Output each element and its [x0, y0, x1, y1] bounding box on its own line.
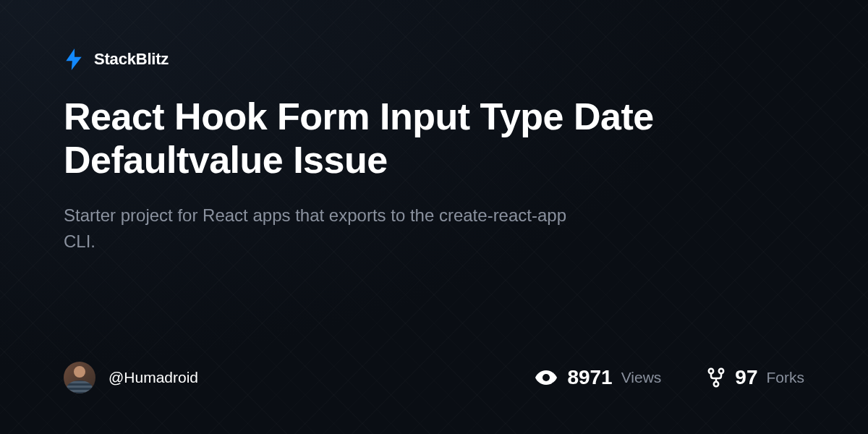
social-card: StackBlitz React Hook Form Input Type Da… [0, 0, 868, 434]
forks-stat: 97 Forks [707, 366, 804, 389]
footer-row: @Humadroid 8971 Views [64, 362, 804, 393]
eye-icon [535, 370, 557, 385]
author-block[interactable]: @Humadroid [64, 362, 198, 393]
fork-icon [707, 367, 725, 388]
views-label: Views [621, 369, 662, 386]
views-value: 8971 [567, 366, 612, 389]
svg-point-3 [714, 382, 718, 386]
forks-value: 97 [735, 366, 757, 389]
views-stat: 8971 Views [535, 366, 661, 389]
forks-label: Forks [767, 369, 805, 386]
stats-block: 8971 Views 97 Forks [535, 366, 804, 389]
avatar [64, 362, 95, 393]
svg-point-0 [542, 374, 550, 381]
bolt-icon [64, 49, 84, 69]
brand-row: StackBlitz [64, 49, 804, 69]
svg-point-2 [719, 369, 723, 373]
project-description: Starter project for React apps that expo… [64, 203, 584, 255]
brand-name: StackBlitz [94, 50, 169, 69]
author-handle: @Humadroid [109, 369, 198, 386]
project-title: React Hook Form Input Type Date Defaultv… [64, 95, 751, 182]
svg-point-1 [709, 369, 713, 373]
